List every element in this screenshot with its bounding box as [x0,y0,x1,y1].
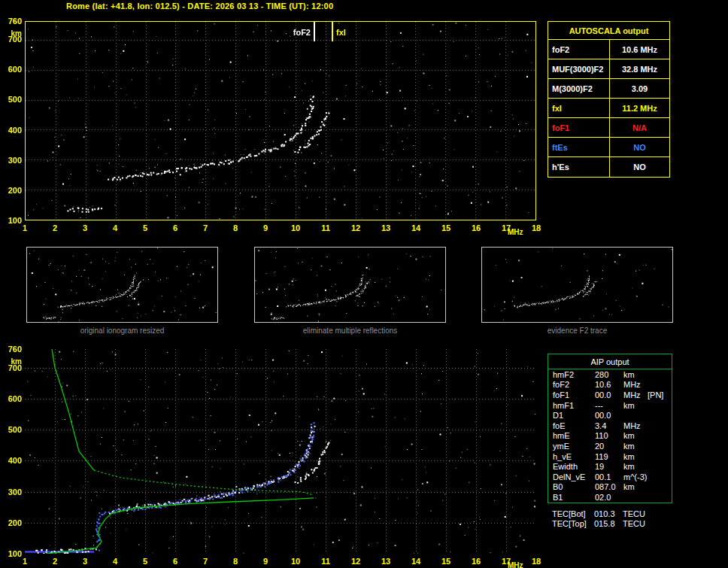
x-tick-label: 15 [437,223,455,232]
fof2-marker-label: foF2 [286,28,311,37]
autoscala-row-label: foF2 [548,40,610,59]
x-tick-label: 6 [166,557,184,566]
aip-row-unit: km [623,442,648,451]
x-tick-label: 12 [347,223,365,232]
aip-row-label: ymE [548,442,595,451]
aip-row-value: 3.4 [595,421,623,430]
y-tick-label: 200 [2,518,22,527]
autoscala-row-value: 3.09 [610,79,669,98]
thumb-evidence-f2-trace [481,247,673,323]
x-tick-label: 1 [16,557,34,566]
x-tick-label: 10 [287,223,305,232]
tec-row-label: TEC[Top] [548,519,594,528]
autoscala-row-label: foF1 [548,118,610,137]
aip-row-label: foF2 [548,380,595,389]
aip-row-b0: B0087.0km [548,482,672,493]
aip-row-value: --- [595,401,623,410]
tec-row-tec-bot: TEC[Bot]010.3TECU [548,509,672,519]
y-tick-label: 760 [2,17,22,26]
x-tick-label: 9 [256,223,275,232]
aip-row-value: 119 [595,452,623,461]
thumb-caption-original: original ionogram resized [26,327,218,335]
x-tick-label: 15 [437,557,455,566]
thumb-eliminate-reflections [254,247,446,323]
aip-row-value: 10.6 [595,380,623,389]
thumb-caption-evidence: evidence F2 trace [481,327,673,335]
aip-row-hmf2: hmF2280km [548,369,672,380]
y-axis-unit-label: km [2,29,22,38]
aip-row-value: 00.1 [595,472,623,481]
tec-row-tec-top: TEC[Top]015.8TECU [548,519,672,530]
tec-row-unit: TECU [623,509,647,518]
tec-values: TEC[Bot]010.3TECUTEC[Top]015.8TECU [548,509,672,529]
aip-row-unit: km [623,452,648,461]
autoscala-table-title: AUTOSCALA output [548,22,669,40]
autoscala-row-label: M(3000)F2 [548,79,610,98]
y-tick-label: 760 [2,345,22,354]
x-tick-label: 8 [226,223,244,232]
x-tick-label: 2 [46,223,64,232]
aip-row-hme: hmE110km [548,431,672,442]
x-axis-unit-label: MHz [508,228,523,237]
autoscala-row-label: fxI [548,99,610,117]
aip-row-label: B0 [548,482,595,491]
y-tick-label: 400 [2,456,22,465]
aip-row-value: 00.0 [595,390,623,399]
x-tick-label: 11 [317,223,335,232]
x-tick-label: 14 [407,223,425,232]
aip-row-fof2: foF210.6MHz [548,380,672,390]
autoscala-output-table: AUTOSCALA output foF210.6 MHzMUF(3000)F2… [548,21,670,178]
autoscala-row-value: NO [610,157,669,177]
autoscala-row-value: 11.2 MHz [610,99,669,117]
aip-row-unit: MHz [623,421,648,430]
y-tick-label: 300 [2,156,22,165]
x-tick-label: 8 [226,557,244,566]
thumb-eliminate-reflections-canvas [255,248,445,322]
aip-row-hmf1: hmF1---km [548,400,672,411]
aip-row-unit: MHz [623,380,648,389]
tec-row-value: 010.3 [594,509,623,518]
aip-row-fof1: foF100.0MHz[PN] [548,390,672,400]
x-tick-label: 10 [287,557,305,566]
aip-row-h-ve: h_vE119km [548,451,672,462]
y-axis-unit-label: km [2,357,22,366]
aip-row-value: 110 [595,431,623,440]
thumb-evidence-f2-trace-canvas [482,248,672,322]
x-tick-label: 3 [76,223,94,232]
thumb-original-ionogram [26,247,218,323]
aip-row-value: 02.0 [595,493,623,502]
thumb-caption-eliminate: eliminate multiple reflections [254,327,446,335]
thumb-original-ionogram-canvas [27,248,217,322]
fxi-marker-line [332,22,333,41]
y-tick-label: 600 [2,65,22,74]
aip-row-deln-ve: DelN_vE00.1m^(-3) [548,472,672,482]
aip-row-label: DelN_vE [548,472,595,481]
aip-row-note: [PN] [648,390,672,399]
x-tick-label: 18 [527,557,545,566]
aip-row-unit: km [623,401,648,410]
aip-row-value: 280 [595,370,623,379]
autoscala-row-ftes: ftEsNO [548,138,669,157]
x-tick-label: 13 [377,557,395,566]
x-tick-label: 7 [196,557,214,566]
y-tick-label: 400 [2,126,22,135]
x-tick-label: 9 [256,557,275,566]
x-tick-label: 2 [46,557,64,566]
autoscala-row-label: ftEs [548,138,610,156]
aip-row-ewidth: Ewidth19km [548,461,672,472]
aip-row-label: hmF1 [548,401,595,410]
aip-row-value: 19 [595,462,623,471]
autoscala-row-label: MUF(3000)F2 [548,59,610,78]
x-tick-label: 12 [347,557,365,566]
y-tick-label: 500 [2,95,22,104]
autoscala-row-value: NO [610,138,669,156]
x-tick-label: 5 [136,223,154,232]
profile-ionogram-plot [25,349,536,554]
x-tick-label: 1 [16,223,34,232]
x-tick-label: 4 [106,557,124,566]
x-tick-label: 4 [106,223,124,232]
y-tick-label: 500 [2,425,22,434]
aip-row-unit: MHz [623,390,648,399]
main-ionogram-plot [25,21,536,220]
x-tick-label: 18 [527,223,545,232]
